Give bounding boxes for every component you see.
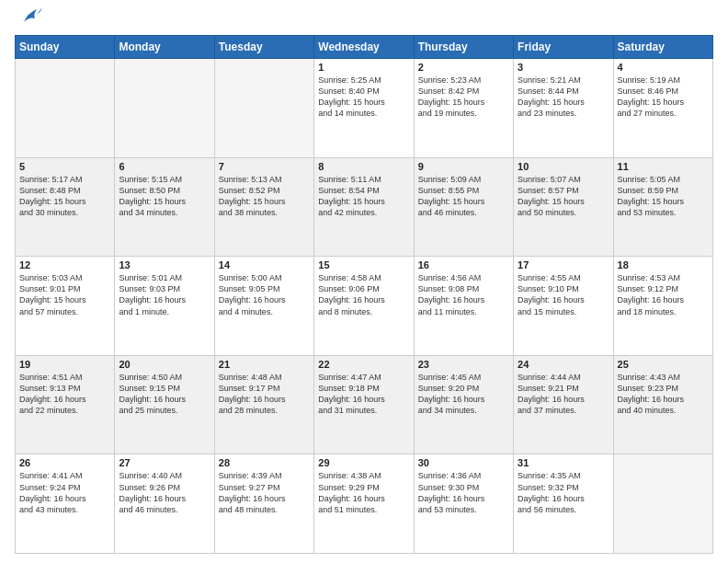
calendar-day-header: Saturday <box>613 36 712 59</box>
calendar-day-cell: 25Sunrise: 4:43 AM Sunset: 9:23 PM Dayli… <box>613 355 712 454</box>
day-number: 5 <box>19 161 110 172</box>
day-number: 15 <box>318 259 409 270</box>
calendar-week-row: 1Sunrise: 5:25 AM Sunset: 8:40 PM Daylig… <box>16 59 713 158</box>
day-number: 24 <box>518 359 609 370</box>
day-number: 2 <box>418 62 509 73</box>
calendar-day-cell <box>214 59 313 158</box>
day-info: Sunrise: 4:55 AM Sunset: 9:10 PM Dayligh… <box>518 272 609 317</box>
calendar-day-cell: 31Sunrise: 4:35 AM Sunset: 9:32 PM Dayli… <box>514 454 613 554</box>
day-info: Sunrise: 4:39 AM Sunset: 9:27 PM Dayligh… <box>219 470 310 515</box>
calendar-day-cell: 5Sunrise: 5:17 AM Sunset: 8:48 PM Daylig… <box>16 157 115 257</box>
day-number: 8 <box>318 161 409 172</box>
calendar-day-cell: 27Sunrise: 4:40 AM Sunset: 9:26 PM Dayli… <box>115 454 214 554</box>
day-info: Sunrise: 4:36 AM Sunset: 9:30 PM Dayligh… <box>418 470 509 515</box>
calendar-day-header: Wednesday <box>314 36 414 59</box>
day-info: Sunrise: 5:00 AM Sunset: 9:05 PM Dayligh… <box>219 272 310 317</box>
day-info: Sunrise: 5:19 AM Sunset: 8:46 PM Dayligh… <box>618 75 709 120</box>
calendar-day-cell: 22Sunrise: 4:47 AM Sunset: 9:18 PM Dayli… <box>314 355 414 454</box>
calendar-day-cell: 10Sunrise: 5:07 AM Sunset: 8:57 PM Dayli… <box>514 157 613 257</box>
day-number: 4 <box>618 62 709 73</box>
day-info: Sunrise: 4:35 AM Sunset: 9:32 PM Dayligh… <box>518 470 609 515</box>
calendar-day-cell: 23Sunrise: 4:45 AM Sunset: 9:20 PM Dayli… <box>414 355 513 454</box>
calendar-day-cell: 2Sunrise: 5:23 AM Sunset: 8:42 PM Daylig… <box>414 59 513 158</box>
calendar-day-cell: 30Sunrise: 4:36 AM Sunset: 9:30 PM Dayli… <box>414 454 513 554</box>
day-number: 19 <box>19 359 110 370</box>
day-number: 3 <box>518 62 609 73</box>
day-info: Sunrise: 5:05 AM Sunset: 8:59 PM Dayligh… <box>618 174 709 219</box>
logo-bird-icon <box>18 6 42 26</box>
calendar-day-header: Monday <box>115 36 214 59</box>
day-info: Sunrise: 5:07 AM Sunset: 8:57 PM Dayligh… <box>518 174 609 219</box>
calendar-day-cell: 21Sunrise: 4:48 AM Sunset: 9:17 PM Dayli… <box>214 355 313 454</box>
day-number: 18 <box>618 259 709 270</box>
calendar-day-cell: 3Sunrise: 5:21 AM Sunset: 8:44 PM Daylig… <box>514 59 613 158</box>
day-number: 30 <box>418 457 509 468</box>
calendar-day-cell: 19Sunrise: 4:51 AM Sunset: 9:13 PM Dayli… <box>16 355 115 454</box>
day-info: Sunrise: 5:21 AM Sunset: 8:44 PM Dayligh… <box>518 75 609 120</box>
day-info: Sunrise: 4:48 AM Sunset: 9:17 PM Dayligh… <box>219 372 310 417</box>
day-info: Sunrise: 4:51 AM Sunset: 9:13 PM Dayligh… <box>19 372 110 417</box>
calendar-day-cell: 29Sunrise: 4:38 AM Sunset: 9:29 PM Dayli… <box>314 454 414 554</box>
calendar-day-cell <box>613 454 712 554</box>
day-number: 20 <box>119 359 210 370</box>
day-number: 27 <box>119 457 210 468</box>
day-info: Sunrise: 4:50 AM Sunset: 9:15 PM Dayligh… <box>119 372 210 417</box>
calendar-day-header: Thursday <box>414 36 513 59</box>
day-number: 7 <box>219 161 310 172</box>
calendar-day-cell: 20Sunrise: 4:50 AM Sunset: 9:15 PM Dayli… <box>115 355 214 454</box>
day-number: 28 <box>219 457 310 468</box>
calendar-day-cell <box>16 59 115 158</box>
calendar-day-cell: 13Sunrise: 5:01 AM Sunset: 9:03 PM Dayli… <box>115 257 214 356</box>
day-info: Sunrise: 5:23 AM Sunset: 8:42 PM Dayligh… <box>418 75 509 120</box>
day-number: 25 <box>618 359 709 370</box>
page: SundayMondayTuesdayWednesdayThursdayFrid… <box>0 0 728 563</box>
day-info: Sunrise: 4:53 AM Sunset: 9:12 PM Dayligh… <box>618 272 709 317</box>
day-info: Sunrise: 4:58 AM Sunset: 9:06 PM Dayligh… <box>318 272 409 317</box>
day-number: 11 <box>618 161 709 172</box>
calendar-day-cell: 24Sunrise: 4:44 AM Sunset: 9:21 PM Dayli… <box>514 355 613 454</box>
calendar-header-row: SundayMondayTuesdayWednesdayThursdayFrid… <box>16 36 713 59</box>
day-number: 14 <box>219 259 310 270</box>
calendar-day-cell: 7Sunrise: 5:13 AM Sunset: 8:52 PM Daylig… <box>214 157 313 257</box>
calendar-day-cell: 14Sunrise: 5:00 AM Sunset: 9:05 PM Dayli… <box>214 257 313 356</box>
day-info: Sunrise: 4:43 AM Sunset: 9:23 PM Dayligh… <box>618 372 709 417</box>
calendar-day-cell: 8Sunrise: 5:11 AM Sunset: 8:54 PM Daylig… <box>314 157 414 257</box>
calendar-day-cell: 17Sunrise: 4:55 AM Sunset: 9:10 PM Dayli… <box>514 257 613 356</box>
day-number: 21 <box>219 359 310 370</box>
day-number: 13 <box>119 259 210 270</box>
day-info: Sunrise: 4:38 AM Sunset: 9:29 PM Dayligh… <box>318 470 409 515</box>
day-number: 17 <box>518 259 609 270</box>
day-info: Sunrise: 4:44 AM Sunset: 9:21 PM Dayligh… <box>518 372 609 417</box>
day-number: 12 <box>19 259 110 270</box>
day-info: Sunrise: 5:01 AM Sunset: 9:03 PM Dayligh… <box>119 272 210 317</box>
logo <box>15 15 42 26</box>
day-number: 16 <box>418 259 509 270</box>
day-info: Sunrise: 4:41 AM Sunset: 9:24 PM Dayligh… <box>19 470 110 515</box>
day-number: 29 <box>318 457 409 468</box>
day-info: Sunrise: 5:09 AM Sunset: 8:55 PM Dayligh… <box>418 174 509 219</box>
calendar-day-cell <box>115 59 214 158</box>
day-info: Sunrise: 5:17 AM Sunset: 8:48 PM Dayligh… <box>19 174 110 219</box>
calendar-week-row: 5Sunrise: 5:17 AM Sunset: 8:48 PM Daylig… <box>16 157 713 257</box>
calendar-day-cell: 1Sunrise: 5:25 AM Sunset: 8:40 PM Daylig… <box>314 59 414 158</box>
header <box>15 15 713 26</box>
calendar-day-cell: 9Sunrise: 5:09 AM Sunset: 8:55 PM Daylig… <box>414 157 513 257</box>
calendar-day-cell: 15Sunrise: 4:58 AM Sunset: 9:06 PM Dayli… <box>314 257 414 356</box>
day-number: 1 <box>318 62 409 73</box>
calendar-day-cell: 18Sunrise: 4:53 AM Sunset: 9:12 PM Dayli… <box>613 257 712 356</box>
calendar-day-cell: 28Sunrise: 4:39 AM Sunset: 9:27 PM Dayli… <box>214 454 313 554</box>
calendar-day-cell: 16Sunrise: 4:56 AM Sunset: 9:08 PM Dayli… <box>414 257 513 356</box>
day-number: 23 <box>418 359 509 370</box>
day-number: 22 <box>318 359 409 370</box>
day-info: Sunrise: 4:40 AM Sunset: 9:26 PM Dayligh… <box>119 470 210 515</box>
calendar-week-row: 12Sunrise: 5:03 AM Sunset: 9:01 PM Dayli… <box>16 257 713 356</box>
calendar-day-cell: 6Sunrise: 5:15 AM Sunset: 8:50 PM Daylig… <box>115 157 214 257</box>
calendar-day-cell: 11Sunrise: 5:05 AM Sunset: 8:59 PM Dayli… <box>613 157 712 257</box>
calendar-day-header: Sunday <box>16 36 115 59</box>
calendar-table: SundayMondayTuesdayWednesdayThursdayFrid… <box>15 35 713 554</box>
calendar-week-row: 19Sunrise: 4:51 AM Sunset: 9:13 PM Dayli… <box>16 355 713 454</box>
day-info: Sunrise: 5:15 AM Sunset: 8:50 PM Dayligh… <box>119 174 210 219</box>
day-info: Sunrise: 5:03 AM Sunset: 9:01 PM Dayligh… <box>19 272 110 317</box>
calendar-day-cell: 12Sunrise: 5:03 AM Sunset: 9:01 PM Dayli… <box>16 257 115 356</box>
day-number: 9 <box>418 161 509 172</box>
